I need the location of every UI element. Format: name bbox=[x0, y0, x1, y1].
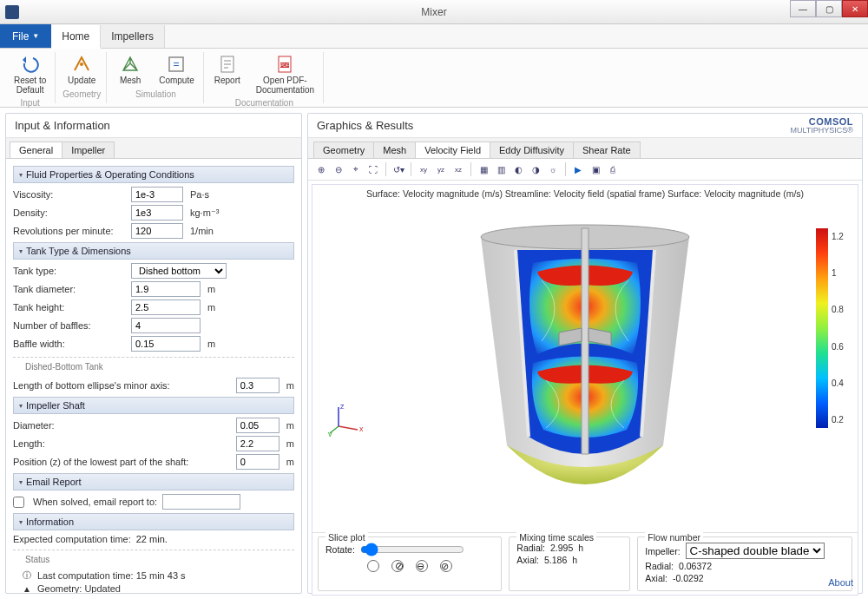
email-input[interactable] bbox=[162, 494, 240, 510]
geometry-status-text: Geometry: Updated bbox=[37, 583, 121, 593]
snapshot-icon[interactable]: ▣ bbox=[588, 161, 603, 177]
section-shaft-header[interactable]: Impeller Shaft bbox=[13, 397, 294, 414]
tank-type-select[interactable]: Dished bottom bbox=[131, 263, 227, 279]
slice-plot-box: Slice plot Rotate: ⊘ ⊖ ⊘ bbox=[318, 536, 502, 591]
mixer-render bbox=[403, 202, 767, 532]
tab-shear-rate[interactable]: Shear Rate bbox=[573, 142, 641, 158]
expected-value: 22 min. bbox=[136, 534, 168, 544]
tab-impellers[interactable]: Impellers bbox=[101, 25, 165, 49]
minimize-button[interactable]: — bbox=[790, 0, 816, 17]
tab-general[interactable]: General bbox=[10, 142, 62, 158]
about-link[interactable]: About bbox=[828, 577, 853, 588]
scene-light-icon[interactable]: ☼ bbox=[545, 161, 561, 177]
email-checkbox[interactable] bbox=[13, 497, 24, 508]
ellipse-h-icon[interactable]: ⊖ bbox=[416, 560, 428, 572]
tank-height-label: Tank height: bbox=[13, 302, 126, 313]
reset-to-default-button[interactable]: Reset to Default bbox=[10, 52, 49, 96]
svg-text:y: y bbox=[328, 430, 332, 437]
section-tank-header[interactable]: Tank Type & Dimensions bbox=[13, 242, 294, 260]
transparency-icon[interactable]: ▦ bbox=[476, 161, 491, 177]
open-pdf-button[interactable]: PDF Open PDF- Documentation bbox=[253, 52, 318, 96]
lighting2-icon[interactable]: ◑ bbox=[528, 161, 543, 177]
ribbon-group-documentation: Report PDF Open PDF- Documentation Docum… bbox=[206, 52, 324, 103]
compute-button[interactable]: = Compute bbox=[155, 52, 198, 88]
flow-radial-value: 0.06372 bbox=[679, 561, 712, 571]
flow-impeller-select[interactable]: C-shaped double blade 1 bbox=[686, 543, 825, 559]
shaft-diameter-input[interactable] bbox=[236, 418, 279, 433]
plot-area[interactable]: Surface: Velocity magnitude (m/s) Stream… bbox=[312, 184, 858, 596]
baffle-width-input[interactable] bbox=[131, 336, 201, 352]
tank-height-input[interactable] bbox=[131, 300, 201, 315]
rotate-icon[interactable]: ↺▾ bbox=[391, 161, 406, 177]
geometry-icon: ▲ bbox=[22, 583, 32, 593]
mixing-axial-value: 5.186 bbox=[544, 555, 567, 565]
expected-label: Expected computation time: bbox=[13, 534, 131, 544]
shaft-length-input[interactable] bbox=[236, 436, 279, 451]
input-panel: Input & Information General Impeller Flu… bbox=[5, 113, 302, 594]
report-button[interactable]: Report bbox=[211, 52, 244, 96]
shaft-posz-input[interactable] bbox=[236, 454, 279, 470]
close-button[interactable]: ✕ bbox=[842, 0, 868, 17]
section-fluid-header[interactable]: Fluid Properties & Operating Conditions bbox=[13, 166, 294, 183]
app-icon bbox=[5, 5, 19, 19]
print-icon[interactable]: ⎙ bbox=[605, 161, 621, 177]
view-xz-icon[interactable]: xz bbox=[450, 161, 466, 177]
input-scroll[interactable]: Fluid Properties & Operating Conditions … bbox=[6, 159, 301, 593]
main-area: Input & Information General Impeller Flu… bbox=[0, 108, 868, 599]
input-panel-title: Input & Information bbox=[6, 114, 301, 138]
mesh-icon bbox=[120, 54, 141, 75]
tab-mesh-result[interactable]: Mesh bbox=[373, 142, 416, 158]
zoom-in-icon[interactable]: ⊕ bbox=[313, 161, 329, 177]
report-icon bbox=[217, 54, 238, 75]
zoom-out-icon[interactable]: ⊖ bbox=[331, 161, 346, 177]
tab-geometry-result[interactable]: Geometry bbox=[313, 142, 374, 158]
file-menu-label: File bbox=[12, 30, 29, 43]
viscosity-input[interactable] bbox=[131, 187, 183, 202]
density-input[interactable] bbox=[131, 205, 183, 221]
email-label: When solved, email report to: bbox=[33, 497, 157, 507]
brand-logo: COMSOL MULTIPHYSICS® bbox=[791, 117, 853, 135]
lighting-icon[interactable]: ◐ bbox=[510, 161, 526, 177]
tank-diameter-label: Tank diameter: bbox=[13, 284, 126, 294]
ellipse-label: Length of bottom ellipse's minor axis: bbox=[13, 380, 231, 391]
ellipse-input[interactable] bbox=[236, 378, 279, 393]
baffles-input[interactable] bbox=[131, 318, 201, 333]
ellipse-v-icon[interactable]: ⊘ bbox=[440, 560, 452, 572]
tab-impeller[interactable]: Impeller bbox=[62, 142, 115, 158]
plot-canvas[interactable]: 1.2 1 0.8 0.6 0.4 0.2 x y z bbox=[312, 202, 858, 532]
section-email-header[interactable]: Email Report bbox=[13, 473, 294, 490]
svg-rect-11 bbox=[582, 228, 589, 454]
view-yz-icon[interactable]: yz bbox=[433, 161, 449, 177]
rotate-slider[interactable] bbox=[360, 543, 464, 556]
baffles-label: Number of baffles: bbox=[13, 320, 126, 331]
tank-diameter-input[interactable] bbox=[131, 281, 201, 297]
select-icon[interactable]: ▶ bbox=[570, 161, 586, 177]
zoom-box-icon[interactable]: ⌖ bbox=[348, 161, 364, 177]
status-sublabel: Status bbox=[22, 555, 53, 564]
view-xy-icon[interactable]: xy bbox=[416, 161, 431, 177]
tab-velocity-field[interactable]: Velocity Field bbox=[415, 142, 490, 158]
tab-home[interactable]: Home bbox=[51, 25, 101, 49]
flow-axial-value: -0.0292 bbox=[673, 573, 704, 583]
file-menu-button[interactable]: File ▼ bbox=[0, 24, 51, 48]
update-button[interactable]: Update bbox=[64, 52, 99, 88]
mixing-scales-box: Mixing time scales Radial: 2.995 h Axial… bbox=[509, 536, 630, 591]
update-icon bbox=[71, 54, 92, 75]
zoom-extents-icon[interactable]: ⛶ bbox=[365, 161, 381, 177]
density-label: Density: bbox=[13, 207, 126, 218]
baffle-width-label: Baffle width: bbox=[13, 339, 126, 349]
tab-eddy-diffusivity[interactable]: Eddy Diffusivity bbox=[490, 142, 574, 158]
mesh-button[interactable]: Mesh bbox=[114, 52, 147, 88]
shaft-diameter-label: Diameter: bbox=[13, 420, 231, 431]
maximize-button[interactable]: ▢ bbox=[816, 0, 842, 17]
menu-bar: File ▼ Home Impellers bbox=[0, 24, 868, 49]
svg-line-16 bbox=[339, 426, 358, 430]
rpm-input[interactable] bbox=[131, 223, 183, 239]
section-info-header[interactable]: Information bbox=[13, 513, 294, 530]
wireframe-icon[interactable]: ▥ bbox=[493, 161, 509, 177]
rpm-label: Revolutions per minute: bbox=[13, 226, 126, 236]
circle-icon[interactable] bbox=[367, 560, 379, 572]
viscosity-label: Viscosity: bbox=[13, 189, 126, 200]
result-tabs: Geometry Mesh Velocity Field Eddy Diffus… bbox=[308, 138, 862, 159]
axes-gizmo: x y z bbox=[328, 402, 363, 437]
